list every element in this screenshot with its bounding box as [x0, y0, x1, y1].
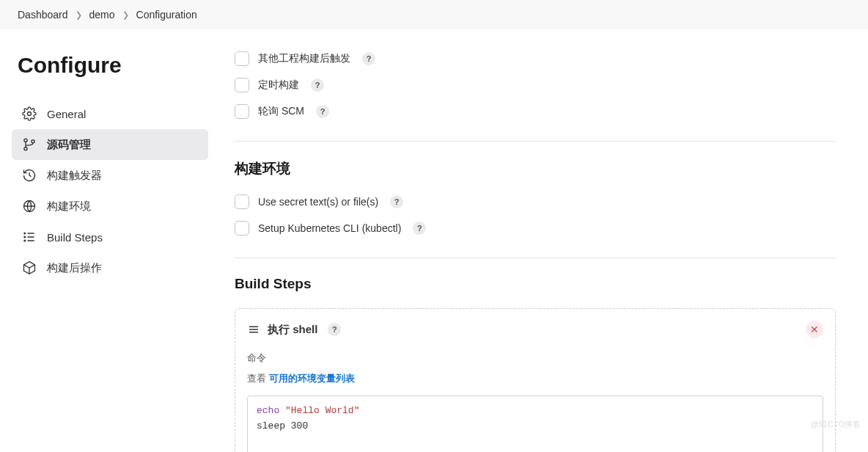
- trigger-option: 其他工程构建后触发 ?: [235, 51, 836, 66]
- sidebar-item-label: 构建触发器: [47, 169, 102, 183]
- main-content: 其他工程构建后触发 ? 定时构建 ? 轮询 SCM ? 构建环境 Use sec…: [220, 29, 865, 452]
- divider: [235, 258, 836, 258]
- branch-icon: [22, 137, 37, 152]
- svg-point-5: [24, 233, 26, 234]
- chevron-right-icon: ❯: [76, 10, 82, 20]
- sidebar-item-scm[interactable]: 源码管理: [12, 129, 208, 160]
- help-icon[interactable]: ?: [390, 195, 403, 208]
- trigger-option: 轮询 SCM ?: [235, 104, 836, 119]
- help-icon[interactable]: ?: [362, 52, 375, 65]
- svg-point-0: [28, 112, 32, 116]
- history-icon: [22, 168, 37, 183]
- sidebar-item-label: 构建后操作: [47, 261, 102, 275]
- chevron-right-icon: ❯: [122, 10, 129, 20]
- trigger-option: 定时构建 ?: [235, 78, 836, 92]
- step-title: 执行 shell: [268, 323, 317, 337]
- env-hint: 查看 可用的环境变量列表: [247, 372, 823, 385]
- field-label: 命令: [247, 351, 823, 365]
- sidebar-item-label: 构建环境: [47, 200, 91, 214]
- list-icon: [22, 230, 37, 244]
- hint-prefix: 查看: [247, 373, 269, 384]
- sidebar-item-label: General: [47, 108, 86, 120]
- sidebar-item-label: Build Steps: [47, 231, 103, 244]
- env-option: Setup Kubernetes CLI (kubectl) ?: [235, 221, 836, 236]
- svg-point-6: [24, 236, 26, 238]
- checkbox[interactable]: [235, 194, 249, 209]
- checkbox-label: 轮询 SCM: [258, 105, 304, 118]
- checkbox[interactable]: [235, 221, 249, 236]
- sidebar-item-env[interactable]: 构建环境: [12, 191, 208, 222]
- env-option: Use secret text(s) or file(s) ?: [235, 194, 836, 209]
- delete-step-button[interactable]: ✕: [806, 321, 823, 338]
- shell-command-input[interactable]: echo "Hello World" sleep 300: [247, 396, 823, 452]
- sidebar-item-buildsteps[interactable]: Build Steps: [12, 222, 208, 252]
- divider: [235, 141, 836, 142]
- close-icon: ✕: [810, 324, 819, 335]
- sidebar-item-triggers[interactable]: 构建触发器: [12, 160, 208, 191]
- help-icon[interactable]: ?: [311, 79, 324, 92]
- help-icon[interactable]: ?: [413, 222, 426, 235]
- checkbox[interactable]: [235, 51, 249, 66]
- checkbox[interactable]: [235, 104, 249, 119]
- help-icon[interactable]: ?: [328, 323, 341, 336]
- checkbox-label: Setup Kubernetes CLI (kubectl): [258, 222, 401, 234]
- checkbox-label: Use secret text(s) or file(s): [258, 196, 378, 208]
- breadcrumb: Dashboard ❯ demo ❯ Configuration: [0, 0, 868, 29]
- package-icon: [22, 260, 37, 275]
- breadcrumb-item[interactable]: Dashboard: [18, 9, 68, 21]
- svg-point-1: [24, 139, 27, 142]
- gear-icon: [22, 106, 37, 121]
- sidebar-item-general[interactable]: General: [12, 98, 208, 129]
- section-title-buildsteps: Build Steps: [235, 276, 836, 292]
- breadcrumb-item[interactable]: demo: [89, 9, 115, 21]
- help-icon[interactable]: ?: [316, 105, 329, 118]
- globe-icon: [22, 199, 37, 214]
- page-title: Configure: [18, 53, 208, 78]
- svg-point-2: [24, 147, 27, 150]
- sidebar-item-label: 源码管理: [47, 138, 91, 152]
- sidebar: Configure General 源码管理 构建触发器 构建环境: [0, 29, 220, 452]
- svg-point-3: [32, 140, 34, 143]
- svg-point-7: [24, 240, 26, 241]
- sidebar-item-postbuild[interactable]: 构建后操作: [12, 252, 208, 283]
- section-title-env: 构建环境: [235, 159, 836, 178]
- checkbox-label: 定时构建: [258, 79, 299, 92]
- drag-handle-icon[interactable]: [247, 323, 260, 336]
- checkbox-label: 其他工程构建后触发: [258, 52, 350, 65]
- checkbox[interactable]: [235, 78, 249, 92]
- breadcrumb-item[interactable]: Configuration: [136, 9, 197, 21]
- env-vars-link[interactable]: 可用的环境变量列表: [269, 373, 355, 384]
- build-step-card: 执行 shell ? ✕ 命令 查看 可用的环境变量列表 echo "Hello…: [235, 308, 836, 452]
